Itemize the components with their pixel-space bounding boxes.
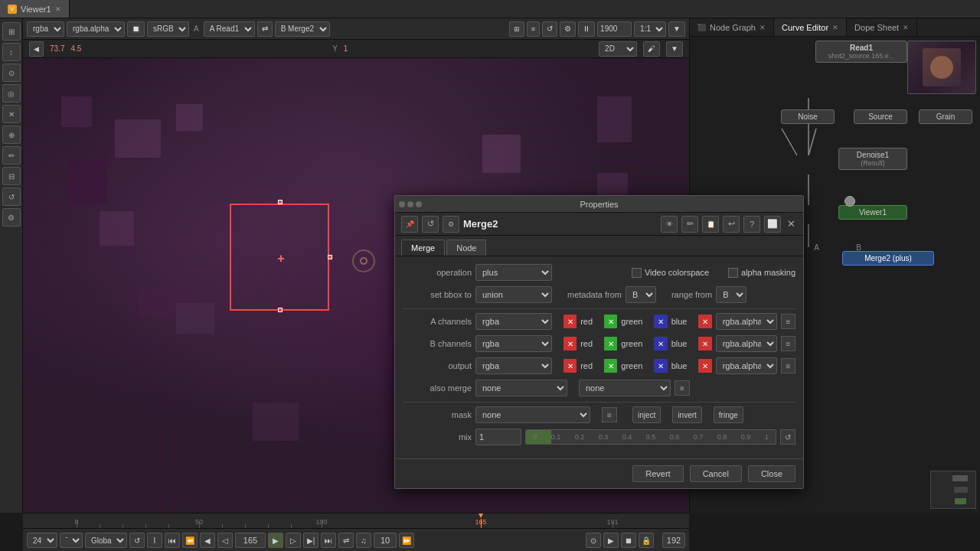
lut-btn[interactable]: 🔲 — [127, 21, 145, 37]
handle-bottom[interactable] — [278, 308, 283, 312]
also-merge-select-1[interactable]: none — [475, 380, 567, 396]
more-btn[interactable]: ▼ — [668, 21, 685, 37]
refresh-btn[interactable]: ↺ — [542, 21, 557, 37]
out-green-remove[interactable]: ✕ — [604, 359, 617, 373]
a-green-remove[interactable]: ✕ — [604, 315, 617, 328]
prev-frame-btn[interactable]: ◀ — [200, 533, 215, 548]
fps-input[interactable]: 10 — [374, 533, 397, 548]
b-extra-remove[interactable]: ✕ — [698, 337, 711, 350]
b-extra-select[interactable]: rgba.alpha — [716, 335, 777, 352]
clip-btn[interactable]: 📋 — [702, 216, 719, 233]
zoom-select[interactable]: 1:1 — [634, 21, 666, 37]
node-denoise1[interactable]: Denoise1 (Result) — [838, 148, 907, 170]
revert-btn[interactable]: Revert — [632, 465, 683, 482]
reset-btn[interactable]: ↺ — [422, 216, 439, 233]
end-frame-input[interactable]: 192 — [662, 533, 685, 548]
a-extra-select[interactable]: rgba.alpha — [716, 313, 777, 330]
invert-btn[interactable]: invert — [672, 406, 701, 423]
b-channels-menu[interactable]: ≡ — [781, 336, 795, 351]
layout-btn[interactable]: ≡ — [527, 21, 540, 37]
tf-select[interactable]: TF — [60, 533, 83, 548]
audio-btn[interactable]: ♫ — [356, 533, 371, 548]
dialog-tab-node[interactable]: Node — [446, 240, 486, 256]
prev-btn[interactable]: ◁ — [217, 533, 233, 548]
first-frame-btn[interactable]: ⏮ — [165, 533, 180, 548]
b-green-remove[interactable]: ✕ — [604, 337, 617, 350]
out-blue-remove[interactable]: ✕ — [654, 359, 667, 373]
fast-forward-btn[interactable]: ⏩ — [399, 533, 414, 548]
record-btn[interactable]: I — [147, 533, 162, 548]
play-btn[interactable]: ▷ — [286, 533, 301, 548]
node-source[interactable]: Source — [854, 109, 907, 124]
out-extra-remove[interactable]: ✕ — [698, 359, 711, 373]
settings-tool-btn[interactable]: ⚙ — [2, 208, 21, 227]
tab-curve-editor-close[interactable]: ✕ — [832, 24, 838, 31]
input-a-select[interactable]: A Read1 — [204, 21, 255, 37]
also-merge-select-2[interactable]: none — [579, 380, 671, 396]
a-channels-menu[interactable]: ≡ — [781, 314, 795, 329]
node-grain[interactable]: Grain — [919, 109, 972, 124]
timeline-ruler[interactable]: 0 50 100 165 191 — [23, 514, 689, 529]
out-menu[interactable]: ≡ — [781, 358, 795, 373]
prev-key-btn[interactable]: ⏪ — [182, 533, 198, 548]
range-from-select[interactable]: B — [716, 286, 746, 303]
set-bbox-select[interactable]: union — [475, 286, 552, 303]
channel-select[interactable]: rgba — [27, 21, 64, 37]
current-frame-input[interactable]: 165 — [235, 533, 266, 548]
circle-tool-btn[interactable]: ◎ — [2, 84, 21, 103]
paint-btn[interactable]: 🖌 — [643, 41, 660, 57]
handle-right[interactable] — [328, 255, 332, 259]
back-btn[interactable]: ↩ — [723, 216, 740, 233]
pan-tool-btn[interactable]: ↕ — [2, 43, 21, 61]
b-blue-remove[interactable]: ✕ — [654, 337, 667, 350]
mix-input[interactable]: 1 — [475, 429, 521, 445]
view-mode-select[interactable]: 2D — [599, 41, 637, 57]
a-blue-remove[interactable]: ✕ — [654, 315, 667, 328]
node-read1[interactable]: Read1 shot2_source.165.e... — [815, 41, 907, 63]
rotate-tool-btn[interactable]: ↺ — [2, 187, 21, 206]
video-colorspace-checkbox[interactable] — [632, 268, 642, 278]
out-red-remove[interactable]: ✕ — [564, 359, 577, 373]
fringe-btn[interactable]: fringe — [714, 406, 743, 423]
pencil-btn[interactable]: ✏ — [681, 216, 698, 233]
record-anim-btn[interactable]: ⊙ — [586, 533, 601, 548]
operation-select[interactable]: plus — [475, 264, 552, 281]
settings-btn[interactable]: ⚙ — [560, 21, 576, 37]
a-extra-remove[interactable]: ✕ — [698, 315, 711, 328]
inject-btn[interactable]: inject — [632, 406, 661, 423]
select-tool-btn[interactable]: ⊙ — [2, 64, 21, 82]
play-forward-btn[interactable]: ▶ — [268, 533, 283, 548]
help-btn[interactable]: ? — [743, 216, 760, 233]
last-frame-btn[interactable]: ⏭ — [321, 533, 336, 548]
cross-tool-btn[interactable]: ✕ — [2, 105, 21, 123]
colorspace-select[interactable]: sRGB — [147, 21, 189, 37]
tab-node-graph[interactable]: ⬛ Node Graph ✕ — [690, 18, 774, 36]
mix-slider[interactable]: 0 0.1 0.2 0.3 0.4 0.5 0.6 0.7 0.8 0.9 1 — [525, 429, 776, 445]
dialog-tab-merge[interactable]: Merge — [401, 240, 445, 256]
b-channels-select[interactable]: rgba — [475, 335, 552, 352]
grid-tool-btn[interactable]: ⊞ — [2, 22, 21, 41]
output-select[interactable]: rgba — [475, 357, 552, 374]
close-btn[interactable]: Close — [748, 465, 795, 482]
pin-btn[interactable]: 📌 — [401, 216, 418, 233]
out-extra-select[interactable]: rgba.alpha — [716, 357, 777, 374]
tab-dope-sheet-close[interactable]: ✕ — [903, 24, 909, 31]
tab-viewer1[interactable]: V Viewer1 ✕ — [0, 0, 70, 18]
width-input[interactable]: 1900 — [597, 21, 632, 37]
node-noise[interactable]: Noise — [781, 109, 835, 124]
alpha-select[interactable]: rgba.alpha — [67, 21, 125, 37]
fps-select[interactable]: 24* — [27, 533, 57, 548]
input-b-select[interactable]: B Merge2 — [275, 21, 330, 37]
render-btn[interactable]: ▶ — [603, 533, 619, 548]
global-select[interactable]: Global — [85, 533, 127, 548]
pause-btn[interactable]: ⏸ — [578, 21, 595, 37]
cancel-btn[interactable]: Cancel — [690, 465, 742, 482]
minimap[interactable] — [930, 471, 976, 509]
mask-menu[interactable]: ≡ — [602, 407, 617, 422]
alpha-masking-checkbox[interactable] — [728, 268, 738, 278]
handle-top[interactable] — [278, 200, 283, 204]
a-channels-select[interactable]: rgba — [475, 313, 552, 330]
compare-btn[interactable]: ⊞ — [509, 21, 524, 37]
lock-btn[interactable]: 🔒 — [639, 533, 654, 548]
dialog-close-btn[interactable]: ✕ — [785, 218, 797, 230]
